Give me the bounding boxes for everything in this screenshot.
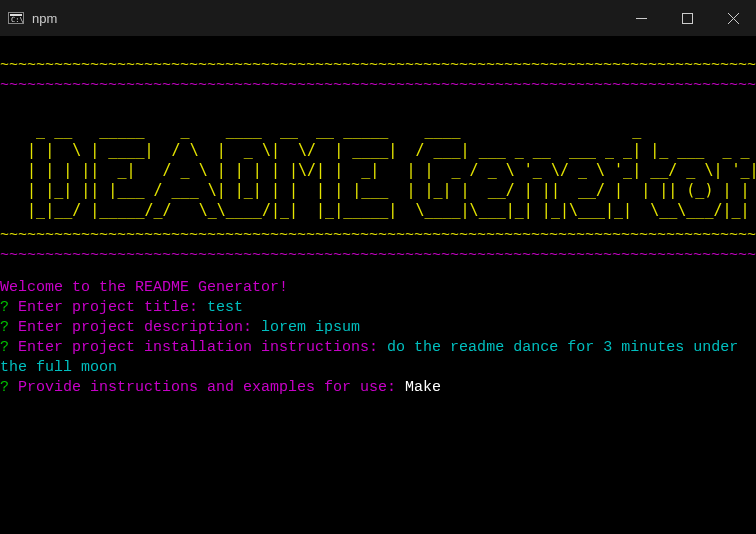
wave-divider: ~~~~~~~~~~~~~~~~~~~~~~~~~~~~~~~~~~~~~~~~…	[0, 76, 756, 96]
window-titlebar: C:\ npm	[0, 0, 756, 36]
svg-text:C:\: C:\	[11, 16, 24, 24]
close-button[interactable]	[710, 0, 756, 36]
prompt-line: ? Enter project title: test	[0, 298, 756, 318]
ascii-banner: _ __ _____ _ ____ __ __ _____ ____ _ | |…	[0, 116, 756, 226]
minimize-button[interactable]	[618, 0, 664, 36]
wave-divider: ~~~~~~~~~~~~~~~~~~~~~~~~~~~~~~~~~~~~~~~~…	[0, 56, 756, 76]
svg-rect-4	[682, 13, 692, 23]
prompt-line: ? Enter project installation instruction…	[0, 338, 756, 378]
wave-divider: ~~~~~~~~~~~~~~~~~~~~~~~~~~~~~~~~~~~~~~~~…	[0, 226, 756, 246]
window-controls	[618, 0, 756, 36]
terminal-output[interactable]: ~~~~~~~~~~~~~~~~~~~~~~~~~~~~~~~~~~~~~~~~…	[0, 36, 756, 534]
maximize-button[interactable]	[664, 0, 710, 36]
prompt-lines: Welcome to the README Generator! ? Enter…	[0, 266, 756, 398]
prompt-line-current[interactable]: ? Provide instructions and examples for …	[0, 378, 756, 398]
window-title: npm	[32, 11, 57, 26]
wave-divider: ~~~~~~~~~~~~~~~~~~~~~~~~~~~~~~~~~~~~~~~~…	[0, 246, 756, 266]
welcome-line: Welcome to the README Generator!	[0, 278, 756, 298]
app-icon: C:\	[8, 10, 24, 26]
prompt-line: ? Enter project description: lorem ipsum	[0, 318, 756, 338]
